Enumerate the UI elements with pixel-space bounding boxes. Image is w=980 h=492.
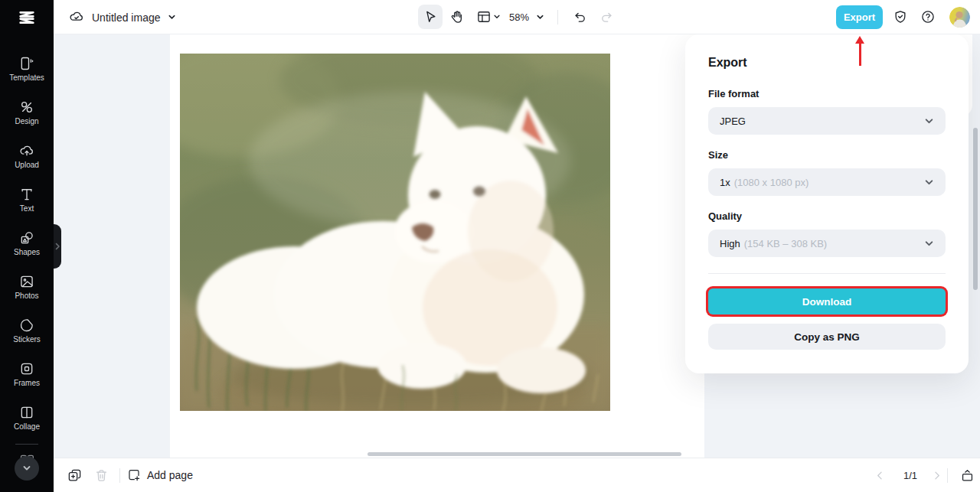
chevron-down-icon [924, 178, 934, 187]
upload-icon [19, 143, 34, 158]
sidebar-collapse-button[interactable] [15, 456, 39, 481]
avatar-image [949, 7, 970, 28]
zoom-level-value: 58% [509, 11, 529, 23]
bottombar-divider [119, 468, 120, 483]
redo-button[interactable] [594, 5, 619, 29]
delete-page-button[interactable] [90, 464, 113, 487]
quality-detail: (154 KB – 308 KB) [744, 238, 827, 249]
add-page-icon [127, 468, 141, 482]
duplicate-icon [67, 468, 82, 483]
sidebar-item-label: Design [15, 117, 38, 125]
vertical-scrollbar[interactable] [973, 128, 978, 290]
cloud-sync-button[interactable] [64, 5, 89, 29]
bottombar: Add page 1/1 [54, 458, 980, 492]
chevron-down-icon [22, 464, 31, 473]
undo-icon [573, 9, 588, 24]
size-select[interactable]: 1x (1080 x 1080 px) [708, 168, 946, 196]
layout-icon [476, 9, 492, 24]
previous-page-button[interactable] [868, 464, 891, 487]
add-page-label: Add page [147, 469, 193, 481]
stickers-icon [19, 318, 34, 333]
select-tool-button[interactable] [418, 5, 443, 29]
download-button[interactable]: Download [708, 288, 946, 314]
sidebar-item-label: Text [20, 204, 34, 213]
hand-tool-button[interactable] [445, 5, 469, 29]
help-button[interactable] [916, 5, 940, 29]
sidebar-item-label: Stickers [13, 335, 41, 344]
horizontal-scrollbar[interactable] [368, 452, 681, 456]
zoom-level-control[interactable]: 58% [509, 0, 544, 34]
bottombar-divider [947, 468, 948, 483]
export-panel-title: Export [708, 56, 946, 70]
capcut-logo-icon[interactable] [0, 0, 54, 34]
chevron-right-icon [929, 468, 944, 483]
file-format-select[interactable]: JPEG [708, 107, 946, 135]
puppy-image-layer[interactable] [180, 54, 610, 411]
collage-icon [19, 405, 34, 420]
frames-icon [19, 361, 34, 376]
fullscreen-button[interactable] [956, 464, 978, 487]
file-format-value: JPEG [720, 116, 746, 127]
sidebar-item-shapes[interactable]: Shapes [0, 230, 54, 261]
design-icon [19, 99, 34, 115]
chevron-down-icon [924, 116, 934, 126]
export-button[interactable]: Export [836, 5, 883, 29]
toolbar-divider [557, 10, 558, 24]
export-panel: Export File format JPEG Size 1x (1080 x … [685, 34, 969, 373]
add-page-button[interactable]: Add page [127, 464, 193, 487]
size-value: 1x [720, 177, 730, 188]
sidebar-item-label: Shapes [14, 248, 40, 256]
annotation-arrow-icon [859, 44, 861, 66]
capcut-editor: Templates Design Upload Shapes Text Shap… [0, 0, 980, 492]
help-icon [920, 9, 936, 24]
undo-button[interactable] [568, 5, 593, 29]
chevron-down-icon [493, 9, 501, 24]
quality-label: Quality [708, 210, 946, 222]
chevron-down-icon [168, 13, 176, 21]
chevron-right-icon [54, 243, 60, 250]
sidebar-item-photos[interactable]: Photos [0, 274, 54, 305]
trash-icon [94, 468, 109, 483]
panel-expand-handle[interactable] [54, 224, 61, 269]
sidebar-item-text[interactable]: Shapes Text [0, 187, 54, 217]
shapes-icon [19, 230, 34, 246]
templates-icon [19, 56, 34, 71]
sidebar-item-stickers[interactable]: Stickers [0, 318, 54, 348]
chevron-down-icon [536, 13, 544, 21]
size-label: Size [708, 149, 946, 161]
page-indicator: 1/1 [891, 458, 929, 492]
sidebar-item-templates[interactable]: Templates [0, 56, 54, 86]
quality-value: High [720, 238, 740, 249]
next-page-button[interactable] [925, 464, 948, 487]
user-avatar[interactable] [949, 7, 970, 28]
chevron-left-icon [873, 468, 887, 483]
cursor-icon [423, 9, 438, 24]
text-icon [19, 187, 34, 202]
sidebar-item-label: Upload [15, 161, 39, 169]
sidebar-item-label: Collage [14, 422, 40, 431]
size-detail: (1080 x 1080 px) [734, 177, 809, 188]
redo-icon [599, 9, 614, 24]
sidebar-item-label: Frames [14, 379, 40, 387]
sidebar-item-frames[interactable]: Frames [0, 361, 54, 392]
chevron-down-icon [924, 239, 934, 249]
expand-icon [960, 468, 975, 483]
cloud-check-icon [69, 9, 84, 24]
quality-select[interactable]: High (154 KB – 308 KB) [708, 230, 946, 257]
photos-icon [19, 274, 34, 289]
sidebar-item-upload[interactable]: Upload [0, 143, 54, 174]
topbar: Untitled image 58% Export [54, 0, 980, 34]
sidebar-divider [15, 444, 38, 445]
project-title: Untitled image [92, 11, 161, 24]
copy-as-png-button[interactable]: Copy as PNG [708, 324, 946, 350]
sidebar-item-label: Photos [15, 292, 38, 300]
canvas-layout-button[interactable] [472, 5, 505, 29]
sidebar-item-collage[interactable]: Collage [0, 405, 54, 435]
duplicate-page-button[interactable] [63, 464, 86, 487]
sidebar-item-label: Templates [9, 73, 44, 82]
file-format-label: File format [708, 88, 946, 99]
project-name-menu[interactable]: Untitled image [92, 0, 176, 34]
sidebar-item-design[interactable]: Design [0, 99, 54, 130]
hand-icon [449, 9, 465, 24]
safety-button[interactable] [888, 5, 913, 29]
